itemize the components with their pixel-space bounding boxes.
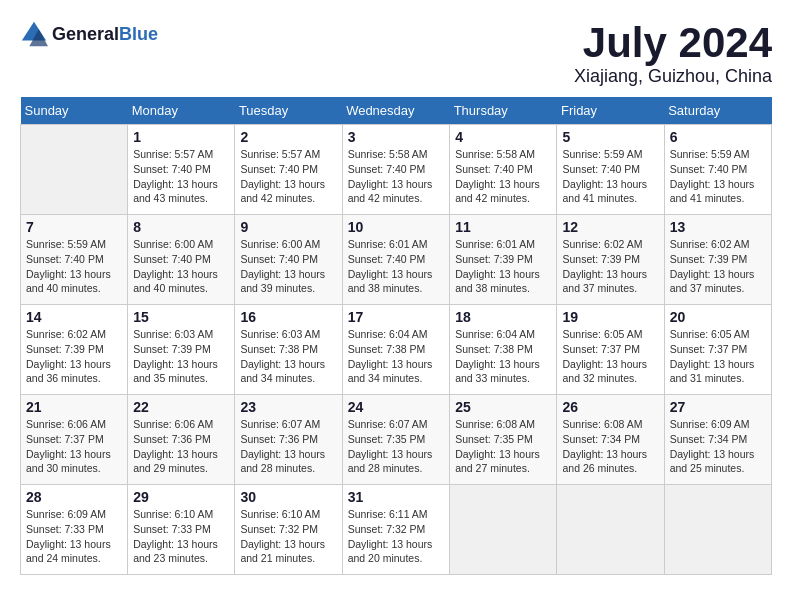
day-number: 30	[240, 489, 336, 505]
day-number: 23	[240, 399, 336, 415]
calendar-cell: 20Sunrise: 6:05 AMSunset: 7:37 PMDayligh…	[664, 305, 771, 395]
day-info: Sunrise: 6:06 AMSunset: 7:37 PMDaylight:…	[26, 417, 122, 476]
day-info: Sunrise: 5:57 AMSunset: 7:40 PMDaylight:…	[240, 147, 336, 206]
day-info: Sunrise: 6:08 AMSunset: 7:35 PMDaylight:…	[455, 417, 551, 476]
calendar-cell	[21, 125, 128, 215]
day-info: Sunrise: 6:07 AMSunset: 7:36 PMDaylight:…	[240, 417, 336, 476]
day-number: 24	[348, 399, 445, 415]
calendar-cell: 12Sunrise: 6:02 AMSunset: 7:39 PMDayligh…	[557, 215, 664, 305]
day-number: 10	[348, 219, 445, 235]
day-info: Sunrise: 6:10 AMSunset: 7:32 PMDaylight:…	[240, 507, 336, 566]
calendar-cell: 21Sunrise: 6:06 AMSunset: 7:37 PMDayligh…	[21, 395, 128, 485]
calendar-cell: 31Sunrise: 6:11 AMSunset: 7:32 PMDayligh…	[342, 485, 450, 575]
calendar-cell: 2Sunrise: 5:57 AMSunset: 7:40 PMDaylight…	[235, 125, 342, 215]
calendar-table: SundayMondayTuesdayWednesdayThursdayFrid…	[20, 97, 772, 575]
day-number: 20	[670, 309, 766, 325]
calendar-cell: 15Sunrise: 6:03 AMSunset: 7:39 PMDayligh…	[128, 305, 235, 395]
calendar-cell: 4Sunrise: 5:58 AMSunset: 7:40 PMDaylight…	[450, 125, 557, 215]
day-number: 25	[455, 399, 551, 415]
day-number: 9	[240, 219, 336, 235]
calendar-cell: 30Sunrise: 6:10 AMSunset: 7:32 PMDayligh…	[235, 485, 342, 575]
calendar-cell: 27Sunrise: 6:09 AMSunset: 7:34 PMDayligh…	[664, 395, 771, 485]
day-number: 21	[26, 399, 122, 415]
day-number: 14	[26, 309, 122, 325]
location-title: Xiajiang, Guizhou, China	[574, 66, 772, 87]
calendar-cell: 13Sunrise: 6:02 AMSunset: 7:39 PMDayligh…	[664, 215, 771, 305]
day-number: 3	[348, 129, 445, 145]
day-info: Sunrise: 6:05 AMSunset: 7:37 PMDaylight:…	[670, 327, 766, 386]
day-info: Sunrise: 5:59 AMSunset: 7:40 PMDaylight:…	[562, 147, 658, 206]
calendar-cell	[450, 485, 557, 575]
day-info: Sunrise: 5:58 AMSunset: 7:40 PMDaylight:…	[455, 147, 551, 206]
logo-blue-text: Blue	[119, 24, 158, 44]
calendar-cell: 10Sunrise: 6:01 AMSunset: 7:40 PMDayligh…	[342, 215, 450, 305]
weekday-header-saturday: Saturday	[664, 97, 771, 125]
day-info: Sunrise: 6:02 AMSunset: 7:39 PMDaylight:…	[562, 237, 658, 296]
day-info: Sunrise: 6:00 AMSunset: 7:40 PMDaylight:…	[133, 237, 229, 296]
day-number: 19	[562, 309, 658, 325]
logo-icon	[20, 20, 48, 48]
day-number: 7	[26, 219, 122, 235]
day-info: Sunrise: 6:00 AMSunset: 7:40 PMDaylight:…	[240, 237, 336, 296]
day-number: 26	[562, 399, 658, 415]
day-info: Sunrise: 5:59 AMSunset: 7:40 PMDaylight:…	[26, 237, 122, 296]
calendar-cell: 24Sunrise: 6:07 AMSunset: 7:35 PMDayligh…	[342, 395, 450, 485]
calendar-cell: 26Sunrise: 6:08 AMSunset: 7:34 PMDayligh…	[557, 395, 664, 485]
calendar-cell: 11Sunrise: 6:01 AMSunset: 7:39 PMDayligh…	[450, 215, 557, 305]
calendar-cell: 23Sunrise: 6:07 AMSunset: 7:36 PMDayligh…	[235, 395, 342, 485]
day-number: 5	[562, 129, 658, 145]
calendar-week-row: 14Sunrise: 6:02 AMSunset: 7:39 PMDayligh…	[21, 305, 772, 395]
weekday-header-wednesday: Wednesday	[342, 97, 450, 125]
day-info: Sunrise: 6:02 AMSunset: 7:39 PMDaylight:…	[26, 327, 122, 386]
calendar-cell: 7Sunrise: 5:59 AMSunset: 7:40 PMDaylight…	[21, 215, 128, 305]
day-number: 18	[455, 309, 551, 325]
day-number: 6	[670, 129, 766, 145]
calendar-cell: 16Sunrise: 6:03 AMSunset: 7:38 PMDayligh…	[235, 305, 342, 395]
page-header: GeneralBlue July 2024 Xiajiang, Guizhou,…	[20, 20, 772, 87]
day-number: 16	[240, 309, 336, 325]
day-info: Sunrise: 6:08 AMSunset: 7:34 PMDaylight:…	[562, 417, 658, 476]
day-number: 27	[670, 399, 766, 415]
day-number: 13	[670, 219, 766, 235]
calendar-cell	[664, 485, 771, 575]
calendar-week-row: 7Sunrise: 5:59 AMSunset: 7:40 PMDaylight…	[21, 215, 772, 305]
logo-general-text: General	[52, 24, 119, 44]
day-info: Sunrise: 6:01 AMSunset: 7:39 PMDaylight:…	[455, 237, 551, 296]
calendar-cell: 28Sunrise: 6:09 AMSunset: 7:33 PMDayligh…	[21, 485, 128, 575]
day-info: Sunrise: 5:57 AMSunset: 7:40 PMDaylight:…	[133, 147, 229, 206]
day-info: Sunrise: 6:09 AMSunset: 7:34 PMDaylight:…	[670, 417, 766, 476]
day-number: 1	[133, 129, 229, 145]
day-number: 2	[240, 129, 336, 145]
day-info: Sunrise: 6:05 AMSunset: 7:37 PMDaylight:…	[562, 327, 658, 386]
weekday-header-tuesday: Tuesday	[235, 97, 342, 125]
title-section: July 2024 Xiajiang, Guizhou, China	[574, 20, 772, 87]
day-info: Sunrise: 6:10 AMSunset: 7:33 PMDaylight:…	[133, 507, 229, 566]
day-info: Sunrise: 6:07 AMSunset: 7:35 PMDaylight:…	[348, 417, 445, 476]
day-number: 15	[133, 309, 229, 325]
calendar-week-row: 21Sunrise: 6:06 AMSunset: 7:37 PMDayligh…	[21, 395, 772, 485]
calendar-cell: 29Sunrise: 6:10 AMSunset: 7:33 PMDayligh…	[128, 485, 235, 575]
calendar-cell: 19Sunrise: 6:05 AMSunset: 7:37 PMDayligh…	[557, 305, 664, 395]
day-info: Sunrise: 5:59 AMSunset: 7:40 PMDaylight:…	[670, 147, 766, 206]
calendar-cell: 6Sunrise: 5:59 AMSunset: 7:40 PMDaylight…	[664, 125, 771, 215]
day-number: 28	[26, 489, 122, 505]
calendar-week-row: 1Sunrise: 5:57 AMSunset: 7:40 PMDaylight…	[21, 125, 772, 215]
calendar-cell: 25Sunrise: 6:08 AMSunset: 7:35 PMDayligh…	[450, 395, 557, 485]
calendar-cell: 22Sunrise: 6:06 AMSunset: 7:36 PMDayligh…	[128, 395, 235, 485]
weekday-header-monday: Monday	[128, 97, 235, 125]
day-number: 12	[562, 219, 658, 235]
weekday-header-friday: Friday	[557, 97, 664, 125]
calendar-cell: 3Sunrise: 5:58 AMSunset: 7:40 PMDaylight…	[342, 125, 450, 215]
calendar-cell: 17Sunrise: 6:04 AMSunset: 7:38 PMDayligh…	[342, 305, 450, 395]
calendar-week-row: 28Sunrise: 6:09 AMSunset: 7:33 PMDayligh…	[21, 485, 772, 575]
day-info: Sunrise: 6:03 AMSunset: 7:39 PMDaylight:…	[133, 327, 229, 386]
calendar-header-row: SundayMondayTuesdayWednesdayThursdayFrid…	[21, 97, 772, 125]
calendar-cell	[557, 485, 664, 575]
logo: GeneralBlue	[20, 20, 158, 48]
day-info: Sunrise: 6:09 AMSunset: 7:33 PMDaylight:…	[26, 507, 122, 566]
day-info: Sunrise: 6:01 AMSunset: 7:40 PMDaylight:…	[348, 237, 445, 296]
calendar-cell: 18Sunrise: 6:04 AMSunset: 7:38 PMDayligh…	[450, 305, 557, 395]
weekday-header-sunday: Sunday	[21, 97, 128, 125]
calendar-cell: 9Sunrise: 6:00 AMSunset: 7:40 PMDaylight…	[235, 215, 342, 305]
calendar-cell: 5Sunrise: 5:59 AMSunset: 7:40 PMDaylight…	[557, 125, 664, 215]
